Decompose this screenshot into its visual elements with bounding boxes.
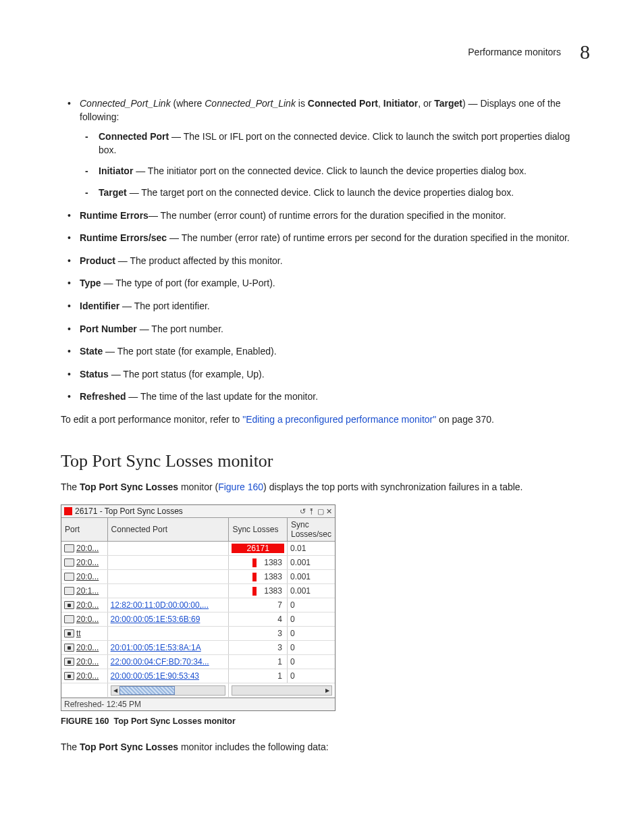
port-link[interactable]: 20:1... [76,586,99,596]
heading-top-port-sync-losses: Top Port Sync Losses monitor [61,451,590,471]
port-link[interactable]: 20:0... [76,600,99,610]
list-item: Product — The product affected by this m… [61,255,590,268]
text: The [61,481,80,492]
widget-titlebar: 26171 - Top Port Sync Losses ↺ ⭱ ▢ ✕ [61,505,335,518]
port-link[interactable]: 20:0... [76,615,99,624]
device-icon [64,587,74,595]
collapse-icon[interactable]: ⭱ [308,507,315,516]
outro-paragraph: The Top Port Sync Losses monitor include… [61,741,590,754]
sublist: Connected Port — The ISL or IFL port on … [80,130,590,199]
text: — The initiator port on the connected de… [133,165,527,176]
connected-port-link[interactable]: 12:82:00:11:0D:00:00:00,... [111,600,209,610]
table-row[interactable]: 20:0...20:00:00:05:1E:90:53:4310 [61,669,335,683]
scroll-thumb[interactable] [119,686,175,695]
list-item: Connected Port — The ISL or IFL port on … [80,130,590,157]
device-icon [64,558,74,567]
sync-losses-cell: 1 [229,655,288,669]
text: monitor ( [178,481,218,492]
port-link[interactable]: 20:0... [76,558,99,567]
col-header-sync-losses-sec[interactable]: Sync Losses/sec [287,518,335,542]
port-link[interactable]: tt [76,629,81,638]
table-row[interactable]: 20:0...13830.001 [61,570,335,584]
sync-rate-cell: 0 [287,669,335,683]
list-item: Initiator — The initiator port on the co… [80,165,590,178]
horizontal-scrollbar[interactable]: ◀ [111,685,226,696]
sync-losses-cell: 7 [229,598,288,613]
port-link[interactable]: 20:0... [76,643,99,652]
col-header-sync-losses[interactable]: Sync Losses [229,518,288,542]
term: Identifier [80,301,119,311]
table-row[interactable]: 20:0...20:01:00:05:1E:53:8A:1A30 [61,641,335,655]
table-row[interactable]: 20:0...261710.01 [61,542,335,556]
device-icon [64,615,74,623]
text: — The product affected by this monitor. [115,255,283,266]
connected-port-link[interactable]: 22:00:00:04:CF:BD:70:34... [111,657,209,667]
term: Initiator [99,165,133,176]
col-header-connected-port[interactable]: Connected Port [107,518,229,542]
list-item: Refreshed — The time of the last update … [61,390,590,404]
col-header-port[interactable]: Port [61,518,107,542]
device-icon [64,629,74,637]
term: Top Port Sync Losses [80,741,178,752]
port-link[interactable]: 20:0... [76,657,99,667]
table-row[interactable]: 20:0...20:00:00:05:1E:53:6B:6940 [61,613,335,627]
text: on page 370. [436,414,494,425]
connected-port-link[interactable]: 20:00:00:05:1E:90:53:43 [111,671,199,681]
color-swatch-icon [64,507,72,515]
close-icon[interactable]: ✕ [326,507,332,516]
term: Refreshed [80,391,126,402]
table-row[interactable]: 20:0...22:00:00:04:CF:BD:70:34...10 [61,655,335,669]
table-row[interactable]: 20:1...13830.001 [61,584,335,598]
term: Type [80,278,101,288]
table-row[interactable]: 20:0...13830.001 [61,556,335,570]
intro-paragraph: The Top Port Sync Losses monitor (Figure… [61,481,590,494]
text: monitor includes the following data: [178,741,329,752]
sync-losses-cell: 1383 [229,556,288,570]
text: is [296,98,308,109]
sync-value: 7 [259,600,284,610]
port-link[interactable]: 20:0... [76,544,99,553]
opt: Initiator [383,98,418,109]
monitor-table: Port Connected Port Sync Losses Sync Los… [61,518,335,698]
term: Connected_Port_Link [205,98,296,109]
connected-port-link[interactable]: 20:01:00:05:1E:53:8A:1A [111,643,201,652]
sync-rate-cell: 0 [287,598,335,613]
page-header: Performance monitors 8 [61,41,590,63]
sync-losses-cell: 1383 [229,584,288,598]
figure-ref-link[interactable]: Figure 160 [218,481,263,492]
horizontal-scrollbar[interactable]: ▶ [232,685,332,696]
term: Runtime Errors [80,210,149,221]
widget-controls: ↺ ⭱ ▢ ✕ [300,507,332,516]
maximize-icon[interactable]: ▢ [317,507,324,516]
cross-ref-link[interactable]: "Editing a preconfigured performance mon… [242,414,436,425]
sync-rate-cell: 0.01 [287,542,335,556]
table-row[interactable]: tt30 [61,627,335,641]
bar-icon [252,587,257,596]
term: Product [80,255,115,266]
list-item: Target — The target port on the connecte… [80,186,590,200]
list-item: State — The port state (for example, Ena… [61,345,590,359]
scroll-right-icon[interactable]: ▶ [323,687,331,694]
device-icon [64,601,74,609]
term: State [80,346,103,357]
text: — The port identifier. [119,301,210,311]
sync-losses-cell: 3 [229,641,288,655]
sync-rate-cell: 0 [287,641,335,655]
scroll-left-icon[interactable]: ◀ [111,687,119,694]
term: Port Number [80,323,137,334]
sync-rate-cell: 0.001 [287,556,335,570]
term: Target [99,187,127,198]
chapter-number: 8 [580,41,590,63]
connected-port-link[interactable]: 20:00:00:05:1E:53:6B:69 [111,615,200,624]
sync-losses-cell: 1 [229,669,288,683]
text: ) displays the top ports with synchroniz… [263,481,522,492]
table-row[interactable]: 20:0...12:82:00:11:0D:00:00:00,...70 [61,598,335,613]
term: Connected Port [99,131,169,142]
monitor-widget: 26171 - Top Port Sync Losses ↺ ⭱ ▢ ✕ Por… [61,504,336,711]
port-link[interactable]: 20:0... [76,572,99,581]
text: — The number (error rate) of runtime err… [167,232,570,243]
port-link[interactable]: 20:0... [76,671,99,681]
list-item: Runtime Errors— The number (error count)… [61,209,590,223]
refresh-icon[interactable]: ↺ [300,507,306,516]
sync-value: 4 [259,615,284,624]
